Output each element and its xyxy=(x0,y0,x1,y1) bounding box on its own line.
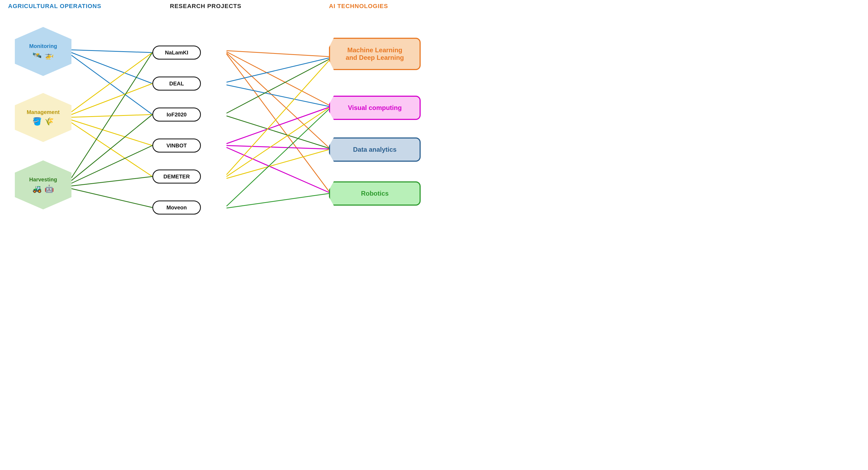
hex-harvesting: Harvesting 🚜🤖 xyxy=(15,160,71,209)
pill-demeter: DEMETER xyxy=(152,169,201,183)
management-icons: 🪣🌾 xyxy=(32,117,54,126)
svg-line-20 xyxy=(226,116,329,148)
svg-line-0 xyxy=(71,50,152,53)
ai-box-ml: Machine Learningand Deep Learning xyxy=(329,38,421,70)
svg-line-16 xyxy=(226,54,329,191)
svg-line-24 xyxy=(226,61,329,175)
header-ai: AI TECHNOLOGIES xyxy=(329,3,388,10)
ai-box-da: Data analytics xyxy=(329,137,421,162)
monitoring-icons: 🛰️🚁 xyxy=(32,51,54,60)
svg-line-27 xyxy=(226,109,329,206)
svg-line-18 xyxy=(226,85,329,106)
management-label: Management xyxy=(27,109,60,115)
svg-line-19 xyxy=(226,59,329,113)
hex-management: Management 🪣🌾 xyxy=(15,93,71,142)
pill-deal: DEAL xyxy=(152,76,201,91)
svg-line-13 xyxy=(226,51,329,57)
svg-line-17 xyxy=(226,58,329,82)
svg-line-6 xyxy=(71,120,152,145)
header-research: RESEARCH PROJECTS xyxy=(170,3,241,10)
pill-iof2020: IoF2020 xyxy=(152,107,201,122)
svg-line-28 xyxy=(226,194,329,208)
svg-line-4 xyxy=(71,83,152,114)
svg-line-22 xyxy=(226,145,329,149)
svg-line-23 xyxy=(226,147,329,193)
svg-line-9 xyxy=(71,114,152,180)
svg-line-8 xyxy=(71,53,152,178)
svg-line-1 xyxy=(71,53,152,83)
page-container: AGRICULTURAL OPERATIONS RESEARCH PROJECT… xyxy=(0,0,434,235)
svg-line-15 xyxy=(226,53,329,148)
header-agri: AGRICULTURAL OPERATIONS xyxy=(8,3,101,10)
ai-box-ro: Robotics xyxy=(329,181,421,206)
harvesting-icons: 🚜🤖 xyxy=(32,184,54,193)
svg-line-21 xyxy=(226,107,329,144)
svg-line-5 xyxy=(71,114,152,117)
svg-line-26 xyxy=(226,149,329,178)
svg-line-7 xyxy=(71,123,152,176)
svg-line-11 xyxy=(71,176,152,186)
svg-line-25 xyxy=(226,108,329,176)
pill-nalamki: NaLamKI xyxy=(152,45,201,60)
svg-line-14 xyxy=(226,52,329,105)
hex-monitoring: Monitoring 🛰️🚁 xyxy=(15,27,71,76)
svg-line-3 xyxy=(71,53,152,112)
monitoring-label: Monitoring xyxy=(29,43,57,49)
harvesting-label: Harvesting xyxy=(29,176,57,183)
svg-line-2 xyxy=(71,55,152,114)
ai-box-vc: Visual computing xyxy=(329,96,421,120)
pill-vinbot: VINBOT xyxy=(152,138,201,153)
svg-line-12 xyxy=(71,189,152,207)
svg-line-10 xyxy=(71,145,152,183)
pill-moveon: Moveon xyxy=(152,201,201,214)
